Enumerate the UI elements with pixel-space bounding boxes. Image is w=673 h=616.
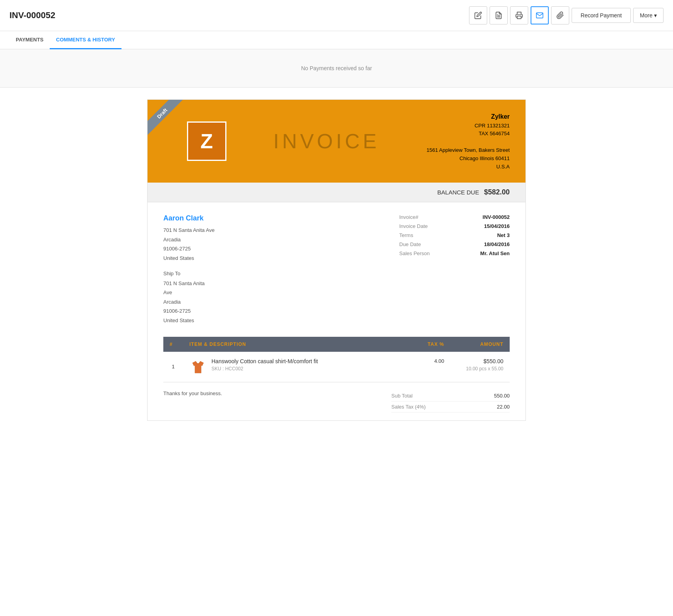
meta-sales-person: Sales Person Mr. Atul Sen xyxy=(399,250,510,256)
tab-comments-history[interactable]: COMMENTS & HISTORY xyxy=(50,31,122,49)
company-tax: TAX 5646754 xyxy=(426,130,510,138)
row-item: Hanswooly Cotton casual shirt-M/comfort … xyxy=(183,352,403,382)
item-image xyxy=(189,358,207,375)
email-button[interactable] xyxy=(531,6,549,24)
row-tax: 4.00 xyxy=(403,352,451,382)
col-num: # xyxy=(163,337,183,352)
top-bar: INV-000052 xyxy=(0,0,673,31)
balance-due-bar: BALANCE DUE $582.00 xyxy=(148,183,525,202)
company-name: Zylker xyxy=(426,112,510,122)
chevron-down-icon: ▾ xyxy=(654,12,657,19)
tax-row: Sales Tax (4%) 22.00 xyxy=(391,401,510,413)
company-info: Zylker CPR 11321321 TAX 5646754 1561 App… xyxy=(426,112,510,171)
meta-invoice-date: Invoice Date 15/04/2016 xyxy=(399,223,510,229)
company-logo: Z xyxy=(187,121,226,161)
meta-invoice-num: Invoice# INV-000052 xyxy=(399,214,510,220)
invoice-meta: Invoice# INV-000052 Invoice Date 15/04/2… xyxy=(399,214,510,325)
invoice-footer: Thanks for your business. Sub Total 550.… xyxy=(163,382,510,420)
draft-label: Draft xyxy=(148,100,184,135)
invoice-id: INV-000052 xyxy=(9,10,55,21)
invoice-container: Draft Z INVOICE Zylker CPR 11321321 TAX … xyxy=(147,99,526,421)
balance-due-amount: $582.00 xyxy=(484,188,510,196)
row-num: 1 xyxy=(163,352,183,382)
attach-button[interactable] xyxy=(551,6,569,24)
payments-empty-state: No Payments received so far xyxy=(0,49,673,88)
items-table: # ITEM & DESCRIPTION TAX % AMOUNT 1 xyxy=(163,337,510,382)
draft-ribbon: Draft xyxy=(148,100,191,143)
company-address1: 1561 Appleview Town, Bakers Street xyxy=(426,146,510,155)
client-address: 701 N Santa Anita Ave Arcadia 91006-2725… xyxy=(163,226,383,263)
bill-to: Aaron Clark 701 N Santa Anita Ave Arcadi… xyxy=(163,214,383,325)
print-button[interactable] xyxy=(510,6,528,24)
table-row: 1 xyxy=(163,352,510,382)
client-name: Aaron Clark xyxy=(163,214,383,222)
invoice-body: Aaron Clark 701 N Santa Anita Ave Arcadi… xyxy=(148,202,525,337)
tab-payments[interactable]: PAYMENTS xyxy=(9,31,50,49)
edit-button[interactable] xyxy=(469,6,487,24)
invoice-title: INVOICE xyxy=(226,129,426,153)
pdf-button[interactable] xyxy=(490,6,508,24)
tabs: PAYMENTS COMMENTS & HISTORY xyxy=(0,31,673,49)
totals-section: Sub Total 550.00 Sales Tax (4%) 22.00 xyxy=(391,390,510,413)
more-button[interactable]: More ▾ xyxy=(633,8,664,23)
company-address2: Chicago Illinois 60411 xyxy=(426,155,510,163)
col-amount: AMOUNT xyxy=(451,337,510,352)
toolbar: Record Payment More ▾ xyxy=(469,6,664,24)
row-amount: $550.00 10.00 pcs x 55.00 xyxy=(451,352,510,382)
company-cpr: CPR 11321321 xyxy=(426,122,510,130)
svg-rect-2 xyxy=(517,16,521,19)
meta-terms: Terms Net 3 xyxy=(399,232,510,238)
ship-to-address: 701 N Santa Anita Ave Arcadia 91006-2725… xyxy=(163,279,383,325)
col-item: ITEM & DESCRIPTION xyxy=(183,337,403,352)
company-address3: U.S.A xyxy=(426,163,510,171)
ship-to-label: Ship To xyxy=(163,271,383,276)
subtotal-row: Sub Total 550.00 xyxy=(391,390,510,401)
invoice-banner: Draft Z INVOICE Zylker CPR 11321321 TAX … xyxy=(148,100,525,183)
balance-due-label: BALANCE DUE xyxy=(437,189,479,196)
col-tax: TAX % xyxy=(403,337,451,352)
thanks-message: Thanks for your business. xyxy=(163,390,222,396)
meta-due-date: Due Date 18/04/2016 xyxy=(399,241,510,247)
record-payment-button[interactable]: Record Payment xyxy=(572,8,631,23)
